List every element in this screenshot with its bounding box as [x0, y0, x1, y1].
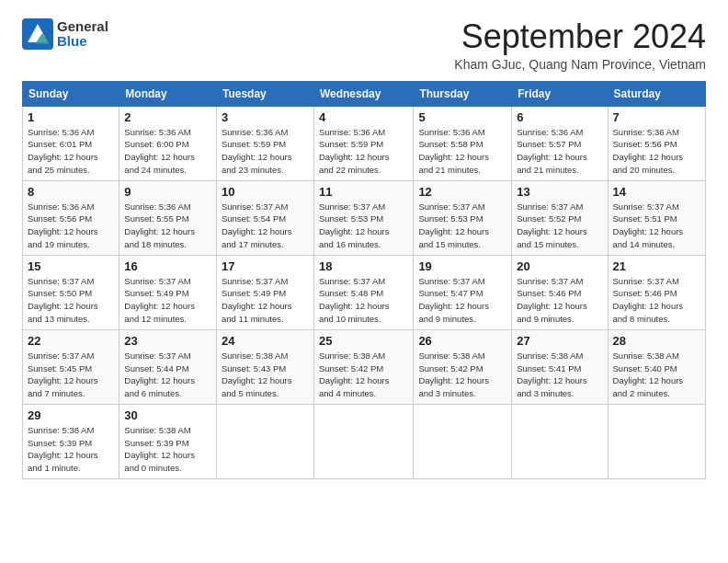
title-area: September 2024 Kham GJuc, Quang Nam Prov… — [454, 18, 706, 72]
calendar-cell: 12Sunrise: 5:37 AM Sunset: 5:53 PM Dayli… — [414, 180, 512, 255]
day-number: 14 — [613, 185, 700, 199]
day-of-week-header: Monday — [119, 81, 217, 106]
day-number: 29 — [28, 408, 114, 422]
day-info: Sunrise: 5:37 AM Sunset: 5:51 PM Dayligh… — [613, 201, 700, 251]
day-info: Sunrise: 5:38 AM Sunset: 5:42 PM Dayligh… — [319, 350, 408, 400]
day-of-week-header: Sunday — [23, 81, 119, 106]
calendar-cell: 23Sunrise: 5:37 AM Sunset: 5:44 PM Dayli… — [119, 329, 217, 404]
calendar-cell: 9Sunrise: 5:36 AM Sunset: 5:55 PM Daylig… — [119, 180, 217, 255]
location-subtitle: Kham GJuc, Quang Nam Province, Vietnam — [454, 57, 706, 72]
day-info: Sunrise: 5:37 AM Sunset: 5:45 PM Dayligh… — [28, 350, 114, 400]
calendar-cell — [608, 404, 705, 478]
day-info: Sunrise: 5:37 AM Sunset: 5:52 PM Dayligh… — [517, 201, 602, 251]
calendar-cell — [512, 404, 608, 478]
calendar-cell: 14Sunrise: 5:37 AM Sunset: 5:51 PM Dayli… — [608, 180, 705, 255]
calendar-header-row: SundayMondayTuesdayWednesdayThursdayFrid… — [23, 81, 706, 106]
day-number: 19 — [418, 259, 506, 273]
day-number: 21 — [613, 259, 700, 273]
calendar-cell: 15Sunrise: 5:37 AM Sunset: 5:50 PM Dayli… — [23, 255, 119, 329]
day-number: 22 — [28, 334, 114, 348]
calendar-cell: 26Sunrise: 5:38 AM Sunset: 5:42 PM Dayli… — [414, 329, 512, 404]
day-info: Sunrise: 5:37 AM Sunset: 5:46 PM Dayligh… — [517, 275, 602, 326]
day-info: Sunrise: 5:36 AM Sunset: 5:58 PM Dayligh… — [418, 126, 506, 177]
calendar-week-row: 1Sunrise: 5:36 AM Sunset: 6:01 PM Daylig… — [23, 106, 706, 180]
day-number: 17 — [222, 259, 309, 273]
day-number: 24 — [222, 334, 309, 348]
day-number: 1 — [28, 110, 114, 124]
day-number: 13 — [517, 185, 602, 199]
day-number: 8 — [28, 185, 114, 199]
day-info: Sunrise: 5:38 AM Sunset: 5:41 PM Dayligh… — [517, 350, 602, 400]
day-info: Sunrise: 5:36 AM Sunset: 5:59 PM Dayligh… — [222, 126, 309, 177]
calendar-cell: 3Sunrise: 5:36 AM Sunset: 5:59 PM Daylig… — [216, 106, 313, 180]
calendar-table: SundayMondayTuesdayWednesdayThursdayFrid… — [22, 81, 706, 479]
day-number: 28 — [613, 334, 700, 348]
day-info: Sunrise: 5:37 AM Sunset: 5:49 PM Dayligh… — [222, 275, 309, 326]
logo-icon — [22, 18, 53, 50]
day-info: Sunrise: 5:36 AM Sunset: 5:56 PM Dayligh… — [28, 201, 114, 251]
day-info: Sunrise: 5:36 AM Sunset: 6:00 PM Dayligh… — [124, 126, 211, 177]
calendar-cell: 2Sunrise: 5:36 AM Sunset: 6:00 PM Daylig… — [119, 106, 217, 180]
calendar-cell: 13Sunrise: 5:37 AM Sunset: 5:52 PM Dayli… — [512, 180, 608, 255]
calendar-week-row: 15Sunrise: 5:37 AM Sunset: 5:50 PM Dayli… — [23, 255, 706, 329]
calendar-cell: 29Sunrise: 5:38 AM Sunset: 5:39 PM Dayli… — [23, 404, 119, 478]
day-of-week-header: Friday — [512, 81, 608, 106]
calendar-cell — [313, 404, 413, 478]
day-number: 6 — [517, 110, 602, 124]
day-number: 23 — [124, 334, 211, 348]
day-info: Sunrise: 5:38 AM Sunset: 5:42 PM Dayligh… — [418, 350, 506, 400]
day-number: 12 — [418, 185, 506, 199]
day-info: Sunrise: 5:36 AM Sunset: 5:57 PM Dayligh… — [517, 126, 602, 177]
day-info: Sunrise: 5:38 AM Sunset: 5:43 PM Dayligh… — [222, 350, 309, 400]
day-number: 15 — [28, 259, 114, 273]
day-number: 25 — [319, 334, 408, 348]
logo-text: General Blue — [57, 19, 108, 50]
calendar-cell: 22Sunrise: 5:37 AM Sunset: 5:45 PM Dayli… — [23, 329, 119, 404]
day-of-week-header: Thursday — [414, 81, 512, 106]
calendar-week-row: 8Sunrise: 5:36 AM Sunset: 5:56 PM Daylig… — [23, 180, 706, 255]
day-info: Sunrise: 5:37 AM Sunset: 5:53 PM Dayligh… — [418, 201, 506, 251]
day-info: Sunrise: 5:36 AM Sunset: 5:59 PM Dayligh… — [319, 126, 408, 177]
calendar-week-row: 29Sunrise: 5:38 AM Sunset: 5:39 PM Dayli… — [23, 404, 706, 478]
day-number: 9 — [124, 185, 211, 199]
day-of-week-header: Saturday — [608, 81, 705, 106]
calendar-cell: 8Sunrise: 5:36 AM Sunset: 5:56 PM Daylig… — [23, 180, 119, 255]
day-info: Sunrise: 5:37 AM Sunset: 5:49 PM Dayligh… — [124, 275, 211, 326]
day-info: Sunrise: 5:37 AM Sunset: 5:48 PM Dayligh… — [319, 275, 408, 326]
day-number: 11 — [319, 185, 408, 199]
calendar-cell: 1Sunrise: 5:36 AM Sunset: 6:01 PM Daylig… — [23, 106, 119, 180]
day-number: 26 — [418, 334, 506, 348]
header: General Blue September 2024 Kham GJuc, Q… — [22, 18, 706, 72]
day-info: Sunrise: 5:37 AM Sunset: 5:53 PM Dayligh… — [319, 201, 408, 251]
day-info: Sunrise: 5:37 AM Sunset: 5:46 PM Dayligh… — [613, 275, 700, 326]
day-info: Sunrise: 5:36 AM Sunset: 5:55 PM Dayligh… — [124, 201, 211, 251]
day-number: 3 — [222, 110, 309, 124]
calendar-week-row: 22Sunrise: 5:37 AM Sunset: 5:45 PM Dayli… — [23, 329, 706, 404]
day-number: 2 — [124, 110, 211, 124]
calendar-cell: 16Sunrise: 5:37 AM Sunset: 5:49 PM Dayli… — [119, 255, 217, 329]
calendar-cell — [414, 404, 512, 478]
day-info: Sunrise: 5:38 AM Sunset: 5:39 PM Dayligh… — [124, 424, 211, 475]
calendar-cell — [216, 404, 313, 478]
day-number: 5 — [418, 110, 506, 124]
calendar-cell: 28Sunrise: 5:38 AM Sunset: 5:40 PM Dayli… — [608, 329, 705, 404]
calendar-cell: 18Sunrise: 5:37 AM Sunset: 5:48 PM Dayli… — [313, 255, 413, 329]
calendar-cell: 17Sunrise: 5:37 AM Sunset: 5:49 PM Dayli… — [216, 255, 313, 329]
day-info: Sunrise: 5:36 AM Sunset: 6:01 PM Dayligh… — [28, 126, 114, 177]
day-number: 20 — [517, 259, 602, 273]
calendar-cell: 19Sunrise: 5:37 AM Sunset: 5:47 PM Dayli… — [414, 255, 512, 329]
day-number: 4 — [319, 110, 408, 124]
day-number: 7 — [613, 110, 700, 124]
calendar-cell: 25Sunrise: 5:38 AM Sunset: 5:42 PM Dayli… — [313, 329, 413, 404]
day-info: Sunrise: 5:37 AM Sunset: 5:50 PM Dayligh… — [28, 275, 114, 326]
day-number: 10 — [222, 185, 309, 199]
calendar-cell: 24Sunrise: 5:38 AM Sunset: 5:43 PM Dayli… — [216, 329, 313, 404]
day-number: 27 — [517, 334, 602, 348]
day-info: Sunrise: 5:37 AM Sunset: 5:47 PM Dayligh… — [418, 275, 506, 326]
day-number: 30 — [124, 408, 211, 422]
calendar-cell: 27Sunrise: 5:38 AM Sunset: 5:41 PM Dayli… — [512, 329, 608, 404]
calendar-cell: 30Sunrise: 5:38 AM Sunset: 5:39 PM Dayli… — [119, 404, 217, 478]
day-of-week-header: Wednesday — [313, 81, 413, 106]
day-of-week-header: Tuesday — [216, 81, 313, 106]
logo: General Blue — [22, 18, 108, 50]
